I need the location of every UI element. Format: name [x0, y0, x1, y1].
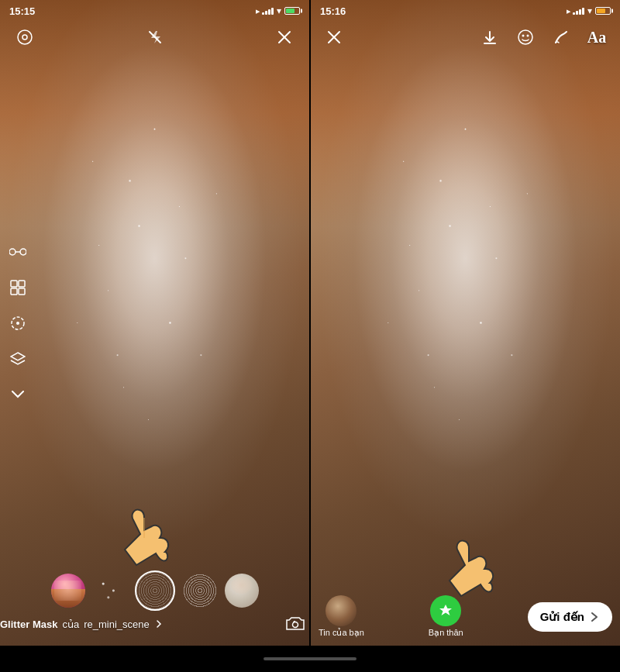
top-controls-1	[0, 25, 309, 50]
status-icons-2: ▾	[573, 5, 611, 16]
svg-point-11	[16, 322, 19, 325]
settings-icon[interactable]	[12, 25, 37, 50]
sticker-icon[interactable]	[513, 25, 538, 50]
signal-bar-2	[265, 11, 267, 15]
bottom-bar	[0, 646, 620, 672]
send-to-label: Gửi đến	[540, 610, 584, 624]
location-arrow-2: ▸	[567, 6, 571, 16]
signal-bar-3	[268, 9, 270, 15]
svg-rect-7	[19, 281, 25, 287]
status-bar-2: 15:16 ▸ ▾	[311, 0, 620, 22]
svg-point-16	[518, 30, 532, 44]
filter-blue-glitter[interactable]	[135, 570, 175, 611]
signal-bars-1	[262, 7, 274, 15]
svg-point-17	[522, 35, 525, 37]
your-story-option[interactable]: Tin của bạn	[319, 595, 364, 638]
signal-bars-2	[573, 7, 584, 15]
close-icon-2[interactable]	[322, 25, 346, 50]
share-bar: Tin của bạn Bạn thân Gửi đến	[311, 595, 620, 638]
top-right-controls: Aa	[477, 25, 609, 50]
your-story-avatar-bg	[326, 595, 356, 626]
signal-bar-4	[271, 8, 274, 15]
battery-fill-1	[286, 9, 294, 13]
filter-chevron-icon	[154, 619, 164, 629]
wifi-icon-2: ▾	[587, 5, 592, 16]
camera-background-2	[311, 0, 620, 646]
your-story-avatar	[326, 595, 356, 626]
send-to-button[interactable]: Gửi đến	[528, 602, 612, 632]
status-bar-1: 15:15 ▸ ▾	[0, 0, 309, 22]
signal-bar-2-1	[573, 12, 575, 15]
filter-author: re_mini_scene	[84, 619, 150, 630]
filter-bar	[0, 570, 309, 611]
text-icon[interactable]: Aa	[584, 25, 609, 50]
send-arrow-icon	[589, 612, 600, 622]
filter-avatar-1[interactable]	[51, 574, 85, 608]
best-friends-btn[interactable]	[430, 595, 461, 626]
wifi-icon-1: ▾	[277, 5, 281, 16]
status-time-2: 15:16	[320, 5, 567, 17]
battery-icon-2	[595, 7, 611, 15]
camera-flip-button[interactable]	[281, 610, 309, 638]
filter-plain[interactable]	[225, 574, 259, 608]
home-indicator	[264, 657, 356, 660]
status-time-1: 15:15	[9, 5, 256, 17]
layout-icon[interactable]	[6, 276, 29, 299]
signal-bar-1	[262, 12, 264, 15]
close-icon-1[interactable]	[272, 25, 297, 50]
best-friends-option[interactable]: Bạn thân	[429, 595, 463, 638]
camera-background	[0, 0, 309, 646]
glitter-dots-2	[311, 0, 620, 646]
svg-point-12	[293, 622, 298, 628]
svg-point-1	[22, 35, 27, 40]
svg-rect-6	[11, 281, 17, 287]
battery-fill-2	[597, 9, 605, 13]
battery-icon-1	[284, 7, 300, 15]
screen-2: 15:16 ▸ ▾	[311, 0, 620, 646]
infinity-icon[interactable]	[6, 240, 29, 264]
draw-icon[interactable]	[549, 25, 574, 50]
signal-bar-2-3	[579, 9, 581, 15]
status-icons-1: ▾	[262, 5, 300, 16]
best-friends-label: Bạn thân	[429, 628, 463, 638]
chevron-down-icon[interactable]	[6, 383, 29, 406]
aa-label: Aa	[587, 29, 606, 47]
timer-icon[interactable]	[6, 312, 29, 335]
flash-off-icon[interactable]	[143, 25, 167, 50]
signal-bar-2-2	[576, 11, 578, 15]
screen-1: 15:15 ▸ ▾	[0, 0, 309, 646]
filter-by-text: của	[62, 619, 79, 630]
svg-rect-8	[11, 288, 17, 295]
your-story-label: Tin của bạn	[319, 628, 364, 638]
svg-rect-9	[19, 288, 25, 295]
download-icon[interactable]	[477, 25, 502, 50]
filter-label-bar: Glitter Mask của re_mini_scene	[0, 610, 309, 638]
location-arrow-1: ▸	[256, 6, 260, 16]
glitter-dots	[0, 0, 309, 646]
svg-point-0	[18, 30, 32, 44]
svg-point-18	[527, 35, 529, 37]
side-controls-1	[6, 240, 29, 406]
layers-icon[interactable]	[6, 347, 29, 370]
filter-silver-glitter[interactable]	[183, 574, 217, 608]
top-controls-2: Aa	[311, 25, 620, 50]
filter-name: Glitter Mask	[0, 619, 57, 630]
signal-bar-2-4	[582, 8, 584, 15]
filter-glitter-1[interactable]	[93, 574, 127, 608]
